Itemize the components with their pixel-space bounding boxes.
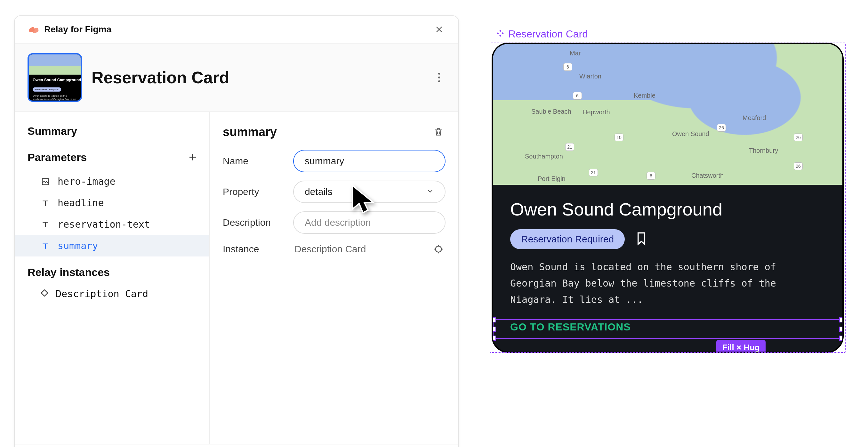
- param-headline[interactable]: headline: [15, 192, 209, 214]
- cta-link[interactable]: GO TO RESERVATIONS: [510, 319, 825, 339]
- map-label: Chatsworth: [691, 172, 724, 179]
- parameter-list: hero-image headline reservation-text: [15, 171, 209, 257]
- figma-canvas: Reservation Card Mar Wiarton Sauble Beac…: [490, 28, 846, 355]
- svg-point-0: [438, 73, 440, 74]
- instances-heading: Relay instances: [15, 257, 209, 283]
- relay-logo-icon: [28, 25, 39, 34]
- reservation-pill: Reservation Required: [510, 229, 625, 249]
- param-hero-image[interactable]: hero-image: [15, 171, 209, 192]
- reservation-card: Mar Wiarton Sauble Beach Hepworth Kemble…: [492, 42, 844, 353]
- text-icon: [40, 219, 51, 230]
- road-badge: 21: [565, 143, 574, 151]
- selected-layer[interactable]: GO TO RESERVATIONS Fill × Hug: [493, 319, 842, 339]
- svg-point-2: [438, 80, 440, 82]
- text-icon: [40, 241, 51, 251]
- sidebar: Summary Parameters hero-image: [15, 112, 210, 444]
- card-body: Owen Sound Campground Reservation Requir…: [493, 185, 842, 352]
- chevron-down-icon: [426, 186, 434, 197]
- param-label: reservation-text: [58, 219, 150, 230]
- map-label: Meaford: [743, 114, 766, 122]
- instance-label: Description Card: [56, 288, 148, 299]
- component-frame-label[interactable]: Reservation Card: [496, 28, 846, 40]
- parameters-header: Parameters: [15, 147, 209, 168]
- map-label: Hepworth: [583, 109, 610, 116]
- close-button[interactable]: [433, 23, 445, 36]
- param-summary[interactable]: summary: [15, 235, 209, 257]
- component-icon: [496, 28, 504, 40]
- parameters-label: Parameters: [28, 151, 87, 163]
- card-description: Owen Sound is located on the southern sh…: [510, 259, 825, 308]
- component-thumbnail: Owen Sound Campground Reservation Requir…: [28, 53, 82, 102]
- name-label: Name: [223, 156, 284, 167]
- map-label: Sauble Beach: [531, 108, 571, 115]
- component-header: Owen Sound Campground Reservation Requir…: [15, 43, 458, 112]
- road-badge: 6: [573, 92, 582, 99]
- param-reservation-text[interactable]: reservation-text: [15, 214, 209, 235]
- map-label: Port Elgin: [538, 175, 565, 182]
- svg-point-4: [436, 246, 442, 252]
- map-label: Wiarton: [579, 73, 601, 80]
- instance-description-card[interactable]: Description Card: [15, 283, 209, 304]
- selection-size-tag: Fill × Hug: [716, 340, 766, 353]
- map-label: Kemble: [634, 92, 655, 99]
- panel-header: Relay for Figma: [15, 16, 458, 43]
- name-input-value: summary: [305, 156, 344, 167]
- locate-instance-button[interactable]: [431, 242, 445, 256]
- card-headline: Owen Sound Campground: [510, 199, 825, 220]
- panel-body: Summary Parameters hero-image: [15, 112, 458, 444]
- param-label: hero-image: [58, 176, 116, 187]
- road-badge: 6: [563, 63, 572, 71]
- detail-heading: summary: [223, 125, 277, 139]
- plugin-name: Relay for Figma: [44, 24, 112, 35]
- param-label: summary: [58, 240, 98, 251]
- text-icon: [40, 198, 51, 208]
- reservation-card-frame[interactable]: Mar Wiarton Sauble Beach Hepworth Kemble…: [490, 42, 846, 353]
- instance-label: Instance: [223, 244, 284, 255]
- param-label: headline: [58, 197, 104, 208]
- relay-plugin-panel: Relay for Figma Owen Sound Campground Re…: [14, 16, 459, 447]
- property-label: Property: [223, 186, 284, 197]
- more-menu-button[interactable]: [433, 71, 445, 84]
- road-badge: 26: [794, 133, 803, 141]
- map-label: Owen Sound: [672, 130, 709, 138]
- property-select[interactable]: details: [293, 181, 445, 203]
- map-label: Southampton: [525, 153, 563, 160]
- description-input[interactable]: Add description: [293, 211, 445, 234]
- map-label: Mar: [570, 50, 581, 57]
- road-badge: 26: [794, 162, 803, 170]
- detail-pane: summary Name summary Property details: [210, 112, 458, 444]
- image-icon: [40, 176, 51, 187]
- delete-button[interactable]: [431, 125, 445, 139]
- road-badge: 10: [615, 133, 623, 141]
- name-input[interactable]: summary: [293, 150, 445, 172]
- road-badge: 26: [717, 124, 726, 131]
- hero-image-map: Mar Wiarton Sauble Beach Hepworth Kemble…: [493, 44, 842, 185]
- panel-footer: No errors Share with developer: [15, 444, 458, 447]
- description-placeholder: Add description: [305, 217, 371, 228]
- road-badge: 6: [647, 172, 655, 180]
- diamond-icon: [40, 288, 49, 299]
- description-label: Description: [223, 217, 284, 228]
- add-parameter-button[interactable]: [186, 150, 200, 164]
- svg-point-1: [438, 77, 440, 79]
- map-label: Thornbury: [749, 147, 778, 154]
- summary-heading: Summary: [15, 125, 209, 147]
- property-value: details: [305, 186, 333, 197]
- bookmark-icon[interactable]: [636, 232, 648, 247]
- component-title: Reservation Card: [92, 68, 229, 87]
- road-badge: 21: [589, 169, 598, 176]
- instance-value: Description Card: [294, 244, 366, 255]
